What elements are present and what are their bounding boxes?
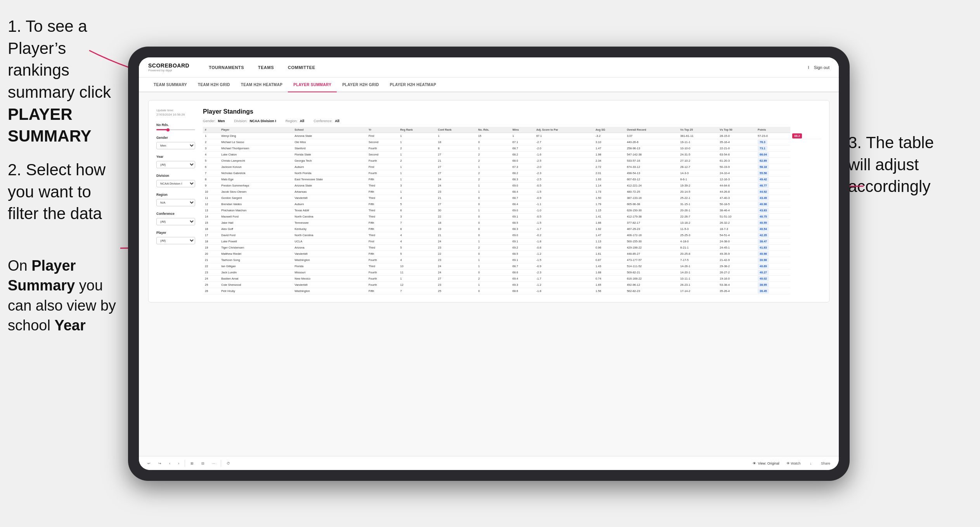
sub-nav: TEAM SUMMARY TEAM H2H GRID TEAM H2H HEAT…: [139, 78, 839, 92]
table-region-label: Region:: [286, 119, 298, 123]
table-cell: 41.83: [756, 245, 790, 251]
table-cell: 76.3: [756, 139, 790, 145]
table-cell: 38-46-4: [718, 207, 756, 214]
table-cell: Auburn: [293, 201, 367, 207]
sub-nav-team-h2h-grid[interactable]: TEAM H2H GRID: [192, 78, 235, 92]
table-cell: 607-63-12: [625, 176, 679, 183]
table-cell: 2: [476, 245, 510, 251]
table-cell: 0: [476, 195, 510, 201]
filter-region-select[interactable]: N/A All: [156, 199, 195, 206]
table-cell: -1.5: [534, 220, 594, 226]
table-cell: 412-221-24: [625, 183, 679, 189]
filter-panel: Update time: 27/03/2024 16:56:26 No Rds.: [156, 108, 195, 294]
filter-player-label: Player: [156, 231, 195, 235]
table-cell: -0.5: [534, 183, 594, 189]
nav-teams[interactable]: TEAMS: [251, 57, 281, 78]
table-cell: 24-10-4: [718, 170, 756, 176]
toolbar-view-original[interactable]: 👁 View: Original: [753, 461, 779, 465]
sub-nav-player-h2h-heatmap[interactable]: PLAYER H2H HEATMAP: [384, 78, 442, 92]
table-cell: 26-23-1: [678, 282, 718, 288]
table-cell: Vanderbilt: [293, 251, 367, 257]
table-cell: 69.4: [511, 276, 534, 282]
table-cell: 2: [476, 176, 510, 183]
sign-out-link[interactable]: Sign out: [814, 65, 829, 70]
col-vs-top25: Vs Top 25: [678, 127, 718, 133]
table-cell: 0: [476, 226, 510, 232]
table-cell: -1.6: [534, 152, 594, 158]
table-cell: North Carolina: [293, 214, 367, 220]
table-cell: Second: [367, 139, 398, 145]
table-cell: 2: [398, 145, 436, 152]
filter-conference-select[interactable]: (All): [156, 218, 195, 225]
filter-year-select[interactable]: (All) First Second Third Fourth Fifth: [156, 161, 195, 168]
table-row: 15Jake HallTennesseeFifth718068.5-1.51.6…: [203, 220, 821, 226]
table-division-value: NCAA Division I: [250, 119, 276, 123]
table-cell: 24-45-1: [718, 245, 756, 251]
toolbar-undo[interactable]: ↩: [145, 460, 153, 467]
sub-nav-team-h2h-heatmap[interactable]: TEAM H2H HEATMAP: [235, 78, 288, 92]
filter-slider-handle[interactable]: [166, 128, 170, 131]
table-cell: 40.55: [756, 220, 790, 226]
toolbar-more[interactable]: ···: [210, 460, 218, 467]
watch-icon: 👁: [786, 461, 790, 465]
table-cell: Fourth: [367, 282, 398, 288]
table-cell: 5: [398, 251, 436, 257]
toolbar-copy[interactable]: ⊞: [188, 460, 196, 467]
toolbar-share[interactable]: Share: [819, 460, 833, 467]
table-cell: 0: [476, 214, 510, 220]
table-cell: Third: [367, 214, 398, 220]
table-cell: 40.96: [756, 201, 790, 207]
filter-slider[interactable]: [156, 129, 195, 130]
table-cell: 1.15: [594, 207, 625, 214]
filter-division-select[interactable]: NCAA Division I NCAA Division II NCAA Di…: [156, 180, 195, 187]
table-cell: 1: [398, 152, 436, 158]
table-cell: 1.50: [594, 195, 625, 201]
toolbar-forward[interactable]: ›: [176, 460, 182, 467]
nav-committee[interactable]: COMMITTEE: [281, 57, 322, 78]
table-cell: Tiger Christensen: [219, 245, 293, 251]
table-row: 10Jacob Skov-OlesenArkansasFifth123168.4…: [203, 189, 821, 195]
table-cell: 10: [398, 263, 436, 270]
table-cell: Kentucky: [293, 226, 367, 232]
table-row: 6Jackson KoivunAuburnFirst127167.3-2.02.…: [203, 164, 821, 170]
table-cell: UCLA: [293, 238, 367, 245]
table-cell: 24-31-5: [678, 152, 718, 158]
table-cell: 3.07: [625, 133, 679, 139]
toolbar-paste[interactable]: ⊟: [199, 460, 207, 467]
table-cell: 1.79: [594, 201, 625, 207]
table-cell: 27: [436, 164, 476, 170]
table-cell: 40.02: [756, 276, 790, 282]
toolbar-watch[interactable]: 👁 Watch: [784, 460, 803, 467]
table-cell: -1.0: [534, 207, 594, 214]
table-cell: 40.54: [756, 226, 790, 232]
toolbar-clock[interactable]: ⏱: [224, 460, 232, 467]
table-cell: Jack Lundin: [219, 270, 293, 276]
toolbar-redo[interactable]: ↪: [156, 460, 164, 467]
table-cell: 2: [398, 158, 436, 164]
table-row: 24Bastien AmatNew MexicoFourth127269.4-1…: [203, 276, 821, 282]
filter-gender-select[interactable]: Men Women: [156, 142, 195, 149]
table-cell: 2: [203, 139, 219, 145]
table-cell: First: [367, 238, 398, 245]
table-cell: Fifth: [367, 220, 398, 226]
table-header-row: # Player School Yr Reg Rank Conf Rank No…: [203, 127, 821, 133]
sub-nav-team-summary[interactable]: TEAM SUMMARY: [148, 78, 192, 92]
instruction-2-text: 2. Select how you want to filter the dat…: [8, 159, 116, 225]
toolbar-back[interactable]: ‹: [167, 460, 173, 467]
col-avg-sg: Avg SG: [594, 127, 625, 133]
table-cell: 18: [203, 238, 219, 245]
table-cell: 440-26-6: [625, 139, 679, 145]
table-cell: 49.42: [756, 176, 790, 183]
table-cell: 2: [476, 158, 510, 164]
sub-nav-player-h2h-grid[interactable]: PLAYER H2H GRID: [337, 78, 384, 92]
sub-nav-player-summary[interactable]: PLAYER SUMMARY: [288, 78, 337, 92]
filter-player-select[interactable]: (All): [156, 237, 195, 244]
table-row: 17David FordNorth CarolinaThird421069.0-…: [203, 232, 821, 238]
table-cell: 3.10: [594, 139, 625, 145]
table-cell: 473-177-57: [625, 257, 679, 263]
toolbar-download[interactable]: ↓: [807, 460, 814, 467]
table-cell: Fifth: [367, 189, 398, 195]
nav-tournaments[interactable]: TOURNAMENTS: [202, 57, 251, 78]
table-cell: 68.5: [511, 251, 534, 257]
table-division-label: Division:: [234, 119, 248, 123]
